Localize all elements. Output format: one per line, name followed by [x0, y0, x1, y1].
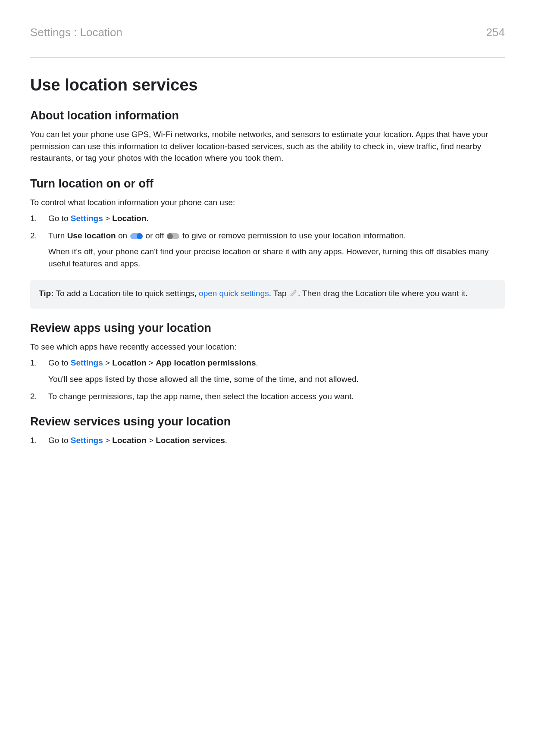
step-text: . [256, 358, 258, 367]
step-text: > [103, 436, 113, 445]
link-open-quick-settings[interactable]: open quick settings [199, 289, 269, 298]
list-item: To change permissions, tap the app name,… [30, 390, 505, 403]
tip-text: . Tap [269, 289, 289, 298]
step-text: to give or remove permission to use your… [180, 231, 406, 240]
toggle-off-icon [167, 233, 179, 239]
page-number: 254 [486, 26, 505, 39]
tip-box: Tip: To add a Location tile to quick set… [30, 280, 505, 309]
bold-location-services: Location services [156, 436, 225, 445]
bold-use-location: Use location [67, 231, 116, 240]
paragraph-turn-intro: To control what location information you… [30, 197, 505, 209]
list-item: Go to Settings > Location > App location… [30, 357, 505, 385]
step-text: on [116, 231, 130, 240]
bold-location: Location [112, 214, 146, 223]
link-settings[interactable]: Settings [71, 214, 103, 223]
list-review-services-steps: Go to Settings > Location > Location ser… [30, 434, 505, 447]
heading-turn-location: Turn location on or off [30, 177, 505, 191]
paragraph-about: You can let your phone use GPS, Wi-Fi ne… [30, 128, 505, 164]
heading-review-apps: Review apps using your location [30, 322, 505, 335]
page-title: Use location services [30, 76, 505, 94]
step-text: Go to [48, 436, 71, 445]
breadcrumb: Settings : Location [30, 26, 122, 39]
list-review-apps-steps: Go to Settings > Location > App location… [30, 357, 505, 402]
heading-about: About location information [30, 109, 505, 122]
step-text: > [147, 436, 156, 445]
step-text: > [103, 214, 113, 223]
step-text: > [103, 358, 113, 367]
bold-location: Location [112, 436, 146, 445]
step-text: To change permissions, tap the app name,… [48, 392, 354, 401]
toggle-on-icon [130, 233, 142, 239]
step-text: > [147, 358, 156, 367]
step-text: . [225, 436, 227, 445]
pencil-icon [290, 288, 297, 301]
link-settings[interactable]: Settings [71, 358, 103, 367]
list-turn-steps: Go to Settings > Location. Turn Use loca… [30, 212, 505, 269]
bold-app-location-permissions: App location permissions [156, 358, 256, 367]
step-text: Go to [48, 358, 71, 367]
list-item: Turn Use location on or off to give or r… [30, 230, 505, 270]
tip-text: . Then drag the Location tile where you … [298, 289, 468, 298]
tip-text: To add a Location tile to quick settings… [53, 289, 199, 298]
paragraph-review-apps-intro: To see which apps have recently accessed… [30, 341, 505, 353]
step-note: You'll see apps listed by those allowed … [48, 373, 505, 385]
link-settings[interactable]: Settings [71, 436, 103, 445]
step-text: or off [143, 231, 166, 240]
page-header: Settings : Location 254 [30, 26, 505, 58]
step-text: . [147, 214, 149, 223]
bold-location: Location [112, 358, 146, 367]
list-item: Go to Settings > Location > Location ser… [30, 434, 505, 447]
step-text: Go to [48, 214, 71, 223]
heading-review-services: Review services using your location [30, 415, 505, 428]
step-text: Turn [48, 231, 67, 240]
list-item: Go to Settings > Location. [30, 212, 505, 225]
tip-label: Tip: [39, 289, 53, 298]
step-note: When it's off, your phone can't find you… [48, 246, 505, 269]
